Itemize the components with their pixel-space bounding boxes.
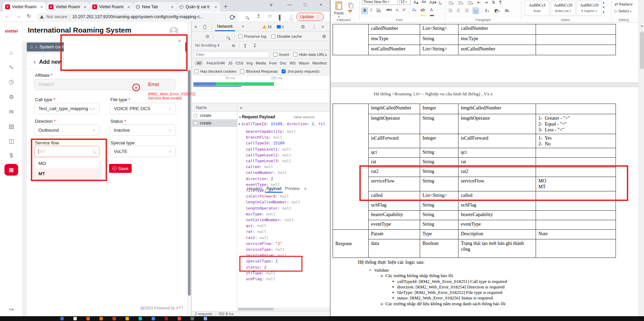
underline-button[interactable]: U▾	[377, 8, 381, 12]
grow-font-icon[interactable]: A▴	[414, 0, 418, 5]
doc-scrollbar[interactable]: ▲	[639, 0, 644, 316]
update-button[interactable]: Update⋮	[296, 13, 324, 21]
kebab-icon[interactable]: ⋮	[316, 14, 320, 20]
device-toolbar-icon[interactable]	[203, 25, 206, 30]
filter-chip-img[interactable]: Img	[247, 61, 253, 65]
payload-entry[interactable]: qci: null	[246, 224, 266, 228]
more-tabs-icon[interactable]: »	[242, 24, 244, 29]
home-icon[interactable]: ⌂	[0, 49, 23, 56]
search-icon[interactable]	[246, 14, 248, 20]
bold-button[interactable]: B	[361, 8, 368, 14]
filter-chip-manifest[interactable]: Manifest	[312, 61, 327, 65]
font-color-icon[interactable]: A	[430, 8, 434, 17]
new-tab-icon[interactable]: +	[224, 3, 227, 10]
taskbar-icon[interactable]	[178, 317, 181, 320]
payload-entry[interactable]: direction: 2	[246, 177, 273, 181]
payload-entry[interactable]: ucbFlag: null	[246, 277, 275, 281]
payload-entry[interactable]: bearerCapability: null	[246, 129, 296, 134]
checkbox--rd-party-requests[interactable]: 3rd-party requests	[282, 69, 319, 73]
payload-entry[interactable]: callTypeId: 15109	[246, 141, 285, 145]
back-icon[interactable]: ←	[5, 13, 10, 19]
payload-entry[interactable]: notCalledNumber: null	[246, 218, 294, 222]
payload-entry[interactable]: called: null	[246, 165, 273, 169]
filter-chip-all[interactable]: All	[194, 61, 203, 66]
home-icon[interactable]: ⌂	[30, 45, 33, 49]
view-source-link[interactable]: view source	[294, 115, 315, 119]
payload-entry[interactable]: mscType: null	[246, 212, 275, 216]
borders-icon[interactable]: ⊞▾	[505, 8, 510, 13]
superscript-button[interactable]: x²	[403, 8, 406, 12]
taskbar-icon[interactable]	[139, 317, 142, 320]
message-icon[interactable]: ✉	[0, 108, 23, 116]
preserve-log-checkbox[interactable]: Preserve log	[238, 34, 266, 38]
export-har-icon[interactable]: ↧	[253, 43, 257, 48]
payload-entry[interactable]: eventType: null	[246, 182, 280, 187]
styles-scroll-up-icon[interactable]: ▴	[603, 1, 605, 4]
filter-input[interactable]: Filter	[194, 51, 269, 58]
document-icon[interactable]: ▤	[0, 123, 23, 130]
taskbar-icon[interactable]	[60, 317, 64, 320]
outdent-icon[interactable]: ⇤	[477, 0, 481, 5]
pilcrow-icon[interactable]: ¶	[499, 0, 501, 5]
devtools-settings-icon[interactable]: ⚙	[301, 24, 305, 29]
inspect-icon[interactable]: ⌖	[194, 24, 197, 30]
request-row[interactable]: create	[192, 119, 237, 127]
payload-entry[interactable]: lengthCalledNumber: null	[246, 200, 300, 204]
tab-close-icon[interactable]: ×	[127, 4, 131, 10]
format-painter-icon[interactable]	[348, 10, 352, 13]
font-name-select[interactable]: Times New Ro▾	[362, 0, 398, 5]
throttling-select[interactable]: No throttling ▾	[195, 43, 219, 48]
browser-tab[interactable]: VViettel Roami×	[46, 2, 90, 12]
tab-network[interactable]: Network	[217, 24, 233, 29]
styles-more-icon[interactable]: ▾̲	[603, 10, 605, 14]
filter-chip-doc[interactable]: Doc	[280, 61, 287, 65]
password-key-icon[interactable]	[231, 16, 235, 17]
apps-icon[interactable]: ▦	[4, 164, 18, 176]
taskbar-icon[interactable]	[86, 317, 90, 320]
tab-close-icon[interactable]: ×	[214, 4, 218, 10]
align-right-icon[interactable]	[465, 8, 469, 13]
address-bar[interactable]: Not secure 10.207.252.137:9200/roaming-a…	[36, 13, 239, 21]
font-size-select[interactable]: 12▾	[399, 0, 411, 5]
window-close-icon[interactable]: ×	[320, 2, 322, 7]
payload-summary[interactable]: ▼{callTypeId: 15109, direction: 2, fil	[238, 122, 325, 126]
filter-chip-css[interactable]: CSS	[236, 61, 243, 65]
payload-entry[interactable]: serviceFlow: "2"	[246, 241, 282, 246]
indent-icon[interactable]: ⇥	[484, 0, 488, 5]
tab-close-icon[interactable]: ×	[83, 4, 87, 10]
chart-icon[interactable]: ∿	[0, 64, 23, 71]
taskbar-icon[interactable]	[112, 317, 116, 320]
strikethrough-button[interactable]: abc	[386, 8, 392, 12]
line-spacing-icon[interactable]: ⇕▾	[484, 8, 489, 13]
page-scrollbar[interactable]	[187, 22, 191, 316]
change-case-icon[interactable]: Aa▾	[429, 0, 437, 5]
request-row[interactable]: create	[192, 112, 237, 119]
paste-button[interactable]: Paste	[334, 11, 344, 15]
reload-icon[interactable]: ↻	[27, 13, 31, 19]
messages-badge[interactable]: 1	[277, 25, 284, 29]
taskbar-icon[interactable]	[99, 317, 103, 320]
url-text[interactable]: 10.207.252.137:9200/roaming-app/system-c…	[72, 14, 228, 19]
payload-hscrollbar[interactable]	[237, 307, 330, 311]
network-conditions-icon[interactable]: ⚙	[322, 34, 326, 39]
tab-preview[interactable]: Preview	[285, 186, 300, 191]
special-type-select[interactable]: VoLTE∨	[110, 146, 176, 157]
browser-tab[interactable]: Quản lý vai tr×	[177, 2, 220, 12]
package-icon[interactable]: ◫	[0, 138, 23, 145]
checkbox-has-blocked-cookies[interactable]: Has blocked cookies	[194, 69, 236, 73]
highlight-color-icon[interactable]: ab	[420, 8, 425, 17]
file-type-select[interactable]: VOICE PRE OCS∨	[110, 103, 176, 114]
bookmark-star-icon[interactable]: ☆	[267, 13, 272, 19]
window-minimize-icon[interactable]: —	[287, 2, 292, 7]
payload-entry[interactable]: callTypeLevel1: null	[246, 147, 291, 152]
devtools-kebab-icon[interactable]: ⋮	[312, 24, 317, 29]
payload-entry[interactable]: callTypeLevel2: null	[246, 153, 291, 157]
select-button[interactable]: ▷ Select ▾	[615, 9, 631, 13]
payload-entry[interactable]: rat2: null	[246, 236, 269, 240]
filter-chip-js[interactable]: JS	[228, 61, 232, 65]
sort-icon[interactable]: ⇅	[492, 0, 495, 5]
payload-entry[interactable]: isCallForward: null	[246, 194, 289, 199]
style-card-body[interactable]: AaBbCcIBody	[525, 1, 549, 16]
browser-tab[interactable]: VViettel Roami×	[3, 2, 46, 12]
network-signal-icon[interactable]: ≋	[231, 43, 236, 48]
